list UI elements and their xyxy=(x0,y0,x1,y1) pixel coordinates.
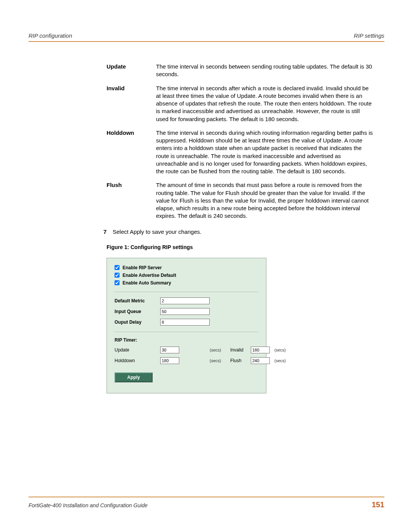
flush-label: Flush xyxy=(230,358,251,363)
update-input[interactable] xyxy=(160,347,179,353)
flush-input[interactable] xyxy=(251,357,270,364)
def-term: Invalid xyxy=(107,85,156,123)
field-grid: Default Metric Input Queue Ouput Delay xyxy=(115,297,258,326)
definition-holddown: Holddown The time interval in seconds du… xyxy=(107,129,373,176)
def-term: Holddown xyxy=(107,129,156,176)
def-desc: The time interval in seconds between sen… xyxy=(156,63,373,78)
page-footer: FortiGate-400 Installation and Configura… xyxy=(29,497,384,509)
output-delay-label: Ouput Delay xyxy=(115,320,160,325)
footer-title: FortiGate-400 Installation and Configura… xyxy=(29,502,148,508)
enable-advertise-default-checkbox[interactable] xyxy=(115,273,119,278)
enable-auto-summary-checkbox[interactable] xyxy=(115,280,119,285)
enable-rip-server-checkbox[interactable] xyxy=(115,265,119,270)
running-header: RIP configuration RIP settings xyxy=(29,32,384,42)
page-number: 151 xyxy=(372,500,384,509)
timer-grid: Update (secs) Invalid (secs) Holddown (s… xyxy=(115,347,258,364)
divider xyxy=(115,332,258,332)
def-term: Flush xyxy=(107,181,156,220)
checkbox-enable-auto-summary: Enable Auto Summary xyxy=(115,280,258,286)
secs-label: (secs) xyxy=(210,358,230,363)
header-right: RIP settings xyxy=(354,32,384,39)
document-page: RIP configuration RIP settings Update Th… xyxy=(0,0,411,532)
secs-label: (secs) xyxy=(274,348,293,352)
def-desc: The amount of time in seconds that must … xyxy=(156,181,373,220)
holddown-label: Holddown xyxy=(115,358,160,363)
invalid-input[interactable] xyxy=(251,347,270,353)
header-left: RIP configuration xyxy=(29,32,72,39)
rip-settings-panel: Enable RIP Server Enable Advertise Defau… xyxy=(107,258,266,393)
def-desc: The time interval in seconds after which… xyxy=(156,85,373,123)
checkbox-enable-rip-server: Enable RIP Server xyxy=(115,265,258,270)
definition-invalid: Invalid The time interval in seconds aft… xyxy=(107,85,373,123)
definition-update: Update The time interval in seconds betw… xyxy=(107,63,373,78)
step-7: 7 Select Apply to save your changes. xyxy=(91,228,373,235)
checkbox-label: Enable RIP Server xyxy=(123,265,162,270)
checkbox-label: Enable Auto Summary xyxy=(123,280,171,286)
update-label: Update xyxy=(115,347,160,353)
invalid-label: Invalid xyxy=(230,347,251,353)
definition-flush: Flush The amount of time in seconds that… xyxy=(107,181,373,220)
holddown-input[interactable] xyxy=(160,357,179,364)
input-queue-input[interactable] xyxy=(160,308,210,315)
rip-timer-title: RIP Timer: xyxy=(115,337,258,343)
default-metric-label: Default Metric xyxy=(115,298,160,304)
output-delay-input[interactable] xyxy=(160,319,210,326)
secs-label: (secs) xyxy=(274,358,293,363)
step-text: Select Apply to save your changes. xyxy=(113,228,201,235)
step-number: 7 xyxy=(91,228,113,235)
def-desc: The time interval in seconds during whic… xyxy=(156,129,373,176)
main-content: Update The time interval in seconds betw… xyxy=(107,63,373,393)
apply-button[interactable]: Apply xyxy=(115,372,153,382)
checkbox-label: Enable Advertise Default xyxy=(123,273,176,278)
figure-caption: Figure 1: Configuring RIP settings xyxy=(107,244,373,250)
def-term: Update xyxy=(107,63,156,78)
secs-label: (secs) xyxy=(210,348,230,352)
checkbox-enable-advertise-default: Enable Advertise Default xyxy=(115,273,258,278)
divider xyxy=(115,292,258,292)
default-metric-input[interactable] xyxy=(160,297,210,304)
input-queue-label: Input Queue xyxy=(115,309,160,314)
